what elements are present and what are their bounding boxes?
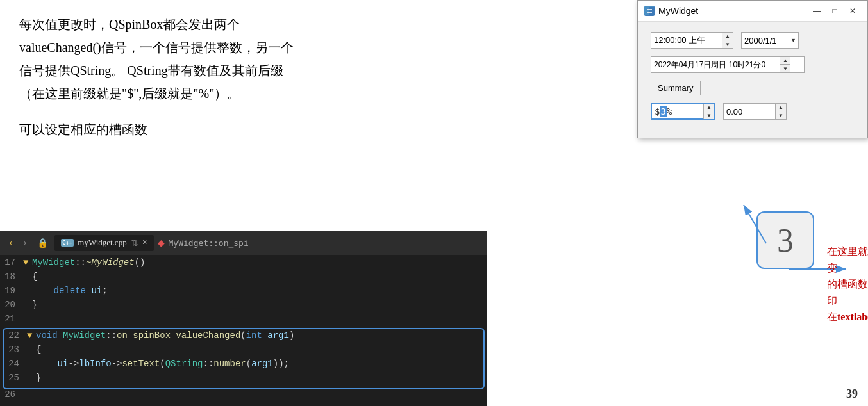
app-icon (644, 6, 655, 16)
datetime-spinbox-input[interactable] (651, 59, 780, 70)
file-name: myWidget.cpp (78, 238, 126, 248)
page-number: 39 (846, 387, 858, 401)
code-editor: ‹ › 🔒 C++ myWidget.cpp ⇅ × ◆ MyWidget::o… (0, 231, 487, 406)
para2: valueChanged()信号，一个信号提供整数，另一个 (19, 40, 294, 54)
svg-rect-0 (646, 7, 649, 15)
file-sort-icon[interactable]: ⇅ (131, 238, 138, 248)
para1: 每次值更改时，QSpinBox都会发出两个 (19, 17, 240, 31)
left-panel: 每次值更改时，QSpinBox都会发出两个 valueChanged()信号，一… (0, 0, 487, 406)
code-line-20: 20 } (0, 300, 487, 314)
annotation-text: 在这里就设置了spinbox值改变 的槽函数，将改变后的值打印 在textlab… (827, 243, 868, 325)
time-spin-down[interactable]: ▼ (722, 40, 733, 48)
date-combo[interactable]: 2000/1/1 (741, 32, 799, 49)
left-spin-down[interactable]: ▼ (704, 111, 714, 119)
nav-left-arrow[interactable]: ‹ (5, 237, 17, 248)
code-area: 17 ▼ MyWidget::~MyWidget() 18 { 19 delet… (0, 255, 487, 406)
cpp-file-icon: C++ (61, 239, 74, 247)
nav-right-arrow[interactable]: › (19, 237, 31, 248)
svg-rect-3 (647, 12, 652, 13)
widget-row-4: $3% ▲ ▼ ▲ ▼ (651, 103, 855, 120)
code-line-23: 23 { (4, 345, 483, 359)
code-line-22: 22 ▼ void MyWidget::on_spinBox_valueChan… (4, 330, 483, 345)
right-spin-arrows: ▲ ▼ (775, 104, 786, 119)
right-spinbox-input[interactable] (724, 106, 775, 118)
window-title: MyWidget (658, 6, 698, 16)
right-spinbox[interactable]: ▲ ▼ (723, 103, 787, 120)
widget-window: MyWidget — □ ✕ ▲ ▼ 2000 (637, 0, 868, 138)
right-panel: MyWidget — □ ✕ ▲ ▼ 2000 (487, 0, 868, 406)
signal-icon: ◆ (158, 238, 165, 248)
widget-row-2: ▲ ▼ (651, 56, 855, 73)
svg-rect-2 (647, 9, 652, 10)
file-close-icon[interactable]: × (142, 238, 147, 248)
svg-rect-1 (649, 7, 653, 15)
main-text: 每次值更改时，QSpinBox都会发出两个 valueChanged()信号，一… (19, 13, 468, 105)
annotation-line2: 的槽函数，将改变后的值打印 (827, 279, 868, 306)
para3: 信号提供QString。 QString带有数值及其前后缀 (19, 63, 283, 77)
code-line-21: 21 (0, 314, 487, 328)
minimize-button[interactable]: — (808, 4, 825, 17)
time-spinbox[interactable]: ▲ ▼ (651, 32, 733, 49)
right-spin-up[interactable]: ▲ (776, 104, 786, 111)
code-line-25: 25 } (4, 373, 483, 387)
widget-row-1: ▲ ▼ 2000/1/1 (651, 32, 855, 49)
datetime-spinbox[interactable]: ▲ ▼ (651, 56, 805, 73)
window-titlebar: MyWidget — □ ✕ (638, 1, 867, 22)
code-line-24: 24 ui->lbInfo->setText(QString::number(a… (4, 359, 483, 373)
spinbox-value: 3 (660, 106, 666, 117)
subtext: 可以设定相应的槽函数 (19, 118, 468, 141)
code-line-17: 17 ▼ MyWidget::~MyWidget() (0, 257, 487, 272)
para4: （在这里前缀就是"$",后缀就是"%"）。 (19, 86, 240, 101)
code-line-18: 18 { (0, 272, 487, 286)
right-spin-down[interactable]: ▼ (776, 111, 786, 119)
widget-body: ▲ ▼ 2000/1/1 ▲ ▼ (638, 22, 867, 138)
toolbar-nav: ‹ › (5, 237, 31, 248)
spinbox-suffix: % (667, 106, 672, 117)
datetime-spin-down[interactable]: ▼ (780, 65, 790, 72)
lock-icon: 🔒 (37, 238, 48, 248)
editor-toolbar: ‹ › 🔒 C++ myWidget.cpp ⇅ × ◆ MyWidget::o… (0, 231, 487, 255)
spinbox-prefix: $ (655, 106, 660, 117)
time-spinbox-input[interactable] (651, 35, 722, 47)
left-spin-up[interactable]: ▲ (704, 104, 714, 111)
datetime-spin-up[interactable]: ▲ (780, 57, 790, 65)
annotation-line1: 在这里就设置了spinbox值改变 (827, 246, 868, 273)
widget-row-3: Summary (651, 81, 855, 95)
file-tab[interactable]: C++ myWidget.cpp ⇅ × (54, 235, 154, 251)
highlighted-code-block: 22 ▼ void MyWidget::on_spinBox_valueChan… (3, 328, 485, 389)
code-line-19: 19 delete ui; (0, 286, 487, 300)
time-spin-up[interactable]: ▲ (722, 33, 733, 40)
annotation-line3: 在textlabel处 (827, 311, 868, 322)
summary-button[interactable]: Summary (651, 81, 701, 95)
time-spinbox-arrows: ▲ ▼ (722, 33, 733, 48)
window-title-left: MyWidget (644, 6, 698, 16)
maximize-button[interactable]: □ (826, 4, 843, 17)
method-label: MyWidget::on_spi (169, 238, 249, 248)
code-line-26: 26 (0, 389, 487, 403)
left-spinbox[interactable]: $3% ▲ ▼ (651, 103, 715, 120)
date-combo-wrapper: 2000/1/1 (741, 32, 799, 49)
left-spin-arrows: ▲ ▼ (703, 104, 714, 119)
close-button[interactable]: ✕ (844, 4, 861, 17)
datetime-spin-arrows: ▲ ▼ (780, 57, 790, 72)
window-controls: — □ ✕ (808, 4, 861, 17)
